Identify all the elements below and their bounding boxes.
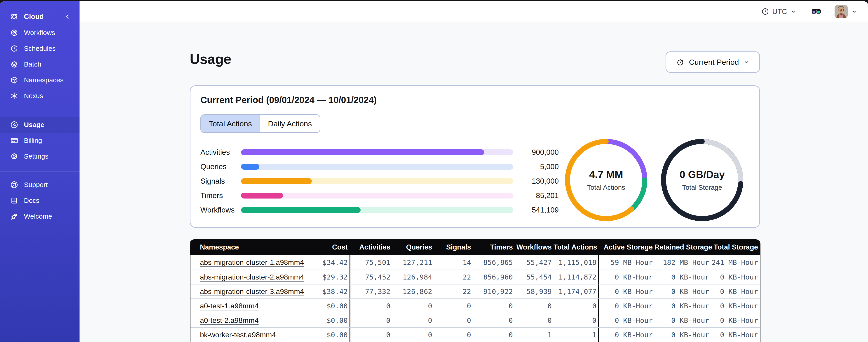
bar-track (241, 193, 513, 199)
nexus-icon (10, 92, 19, 100)
cell-namespace: abs-migration-cluster-2.a98mm4 (190, 273, 316, 281)
current-period-card: Current Period (09/01/2024 — 10/01/2024)… (190, 85, 760, 228)
cell-total_storage: 0 KB-Hour (711, 316, 760, 324)
sidebar-collapse-button[interactable] (64, 13, 71, 21)
cell-namespace: a0-test-2.a98mm4 (190, 316, 316, 324)
sidebar-item-usage[interactable]: Usage (0, 117, 80, 133)
namespace-link[interactable]: bk-worker-test.a98mm4 (200, 331, 276, 339)
bar-label: Timers (200, 191, 241, 200)
column-header-total_actions: Total Actions (554, 243, 598, 251)
namespace-link[interactable]: abs-migration-cluster-3.a98mm4 (200, 287, 304, 296)
bar-fill (241, 193, 283, 199)
chevron-down-icon (744, 59, 749, 65)
namespace-link[interactable]: abs-migration-cluster-1.a98mm4 (200, 258, 304, 266)
tab-daily-actions[interactable]: Daily Actions (259, 115, 320, 132)
cell-signals: 0 (434, 316, 473, 324)
sidebar-divider (0, 171, 80, 171)
cell-activities: 0 (350, 302, 392, 310)
sidebar-item-label: Billing (24, 137, 42, 144)
cell-workflows: 0 (515, 302, 554, 310)
cell-cost: $0.00 (316, 331, 349, 339)
cell-active_storage: 59 MB-Hour (599, 258, 654, 266)
clock-icon (762, 8, 769, 15)
cell-timers: 910,922 (473, 287, 515, 296)
bar-row-workflows: Workflows541,109 (200, 203, 560, 217)
column-header-activities: Activities (350, 243, 392, 251)
sidebar-group-help: SupportDocsWelcome (0, 177, 80, 224)
glasses-icon[interactable] (811, 6, 822, 17)
cell-active_storage: 0 KB-Hour (599, 302, 654, 310)
cell-timers: 0 (473, 302, 515, 310)
bar-label: Signals (200, 177, 241, 185)
sidebar-item-nexus[interactable]: Nexus (0, 88, 80, 104)
cell-timers: 0 (473, 331, 515, 339)
sidebar-item-batch[interactable]: Batch (0, 57, 80, 72)
cell-namespace: abs-migration-cluster-1.a98mm4 (190, 258, 316, 267)
cell-total_actions: 1,114,872 (554, 273, 598, 281)
sidebar-item-schedules[interactable]: Schedules (0, 41, 80, 57)
total-storage-value: 0 GB/Day (680, 169, 725, 180)
sidebar-item-workflows[interactable]: Workflows (0, 25, 80, 41)
bar-fill (241, 149, 484, 155)
tab-total-actions[interactable]: Total Actions (201, 115, 259, 132)
table-row: bk-worker-test.a98mm4$0.000000110 KB-Hou… (190, 327, 760, 342)
sidebar-item-billing[interactable]: Billing (0, 133, 80, 148)
cell-activities: 0 (350, 316, 392, 324)
sidebar-item-namespaces[interactable]: Namespaces (0, 72, 80, 88)
sidebar-item-settings[interactable]: Settings (0, 148, 80, 164)
bar-track (241, 149, 513, 155)
cell-queries: 127,211 (392, 258, 434, 266)
sidebar-brand[interactable]: Cloud (0, 9, 80, 24)
rocket-icon (10, 212, 19, 220)
bar-row-timers: Timers85,201 (200, 189, 560, 203)
timezone-selector[interactable]: UTC (762, 7, 796, 16)
cell-activities: 0 (350, 331, 392, 339)
cell-queries: 126,984 (392, 273, 434, 281)
sidebar-item-docs[interactable]: Docs (0, 193, 80, 208)
cell-queries: 0 (392, 302, 434, 310)
user-avatar[interactable] (835, 5, 848, 18)
cell-activities: 77,332 (350, 287, 392, 296)
namespace-link[interactable]: abs-migration-cluster-2.a98mm4 (200, 273, 304, 281)
column-header-workflows: Workflows (515, 243, 554, 251)
namespace-link[interactable]: a0-test-1.a98mm4 (200, 302, 259, 310)
namespace-link[interactable]: a0-test-2.a98mm4 (200, 316, 259, 324)
sidebar-item-label: Support (24, 181, 48, 189)
user-menu-chevron-down-icon[interactable] (851, 8, 857, 14)
cell-activities: 75,452 (350, 273, 392, 281)
cell-total_storage: 241 MB-Hour (711, 258, 760, 266)
cell-retained_storage: 0 KB-Hour (654, 287, 711, 296)
table-row: abs-migration-cluster-3.a98mm4$38.4277,3… (190, 284, 760, 299)
cell-queries: 126,862 (392, 287, 434, 296)
batch-icon (10, 60, 19, 69)
cell-retained_storage: 0 KB-Hour (654, 302, 711, 310)
total-storage-donut: 0 GB/Day Total Storage (659, 137, 745, 223)
actions-bar-chart: Activities900,000Queries5,000Signals130,… (200, 145, 560, 217)
cell-cost: $29.32 (316, 273, 349, 281)
sidebar: Cloud WorkflowsSchedulesBatchNamespacesN… (0, 1, 80, 342)
bar-fill (241, 207, 361, 213)
workflows-icon (10, 28, 19, 37)
cell-total_actions: 0 (554, 302, 598, 310)
cell-queries: 0 (392, 316, 434, 324)
cell-cost: $38.42 (316, 287, 349, 296)
bar-row-activities: Activities900,000 (200, 145, 560, 160)
bar-value: 130,000 (519, 177, 559, 185)
cell-total_actions: 1 (554, 331, 598, 339)
sidebar-item-welcome[interactable]: Welcome (0, 208, 80, 224)
card-title: Current Period (09/01/2024 — 10/01/2024) (200, 95, 377, 105)
page-title: Usage (190, 51, 231, 67)
sidebar-item-support[interactable]: Support (0, 177, 80, 193)
sidebar-group-account: UsageBillingSettings (0, 117, 80, 164)
column-header-signals: Signals (434, 243, 473, 251)
cell-total_storage: 0 KB-Hour (711, 273, 760, 281)
table-row: abs-migration-cluster-1.a98mm4$34.4275,5… (190, 255, 760, 270)
app-window: Cloud WorkflowsSchedulesBatchNamespacesN… (0, 1, 868, 342)
cell-namespace: bk-worker-test.a98mm4 (190, 331, 316, 339)
cell-workflows: 58,939 (515, 287, 554, 296)
cell-workflows: 55,427 (515, 258, 554, 266)
total-storage-caption: Total Storage (682, 184, 722, 191)
bar-fill (241, 164, 259, 170)
period-selector-button[interactable]: Current Period (665, 52, 760, 73)
sidebar-item-label: Docs (24, 197, 39, 204)
